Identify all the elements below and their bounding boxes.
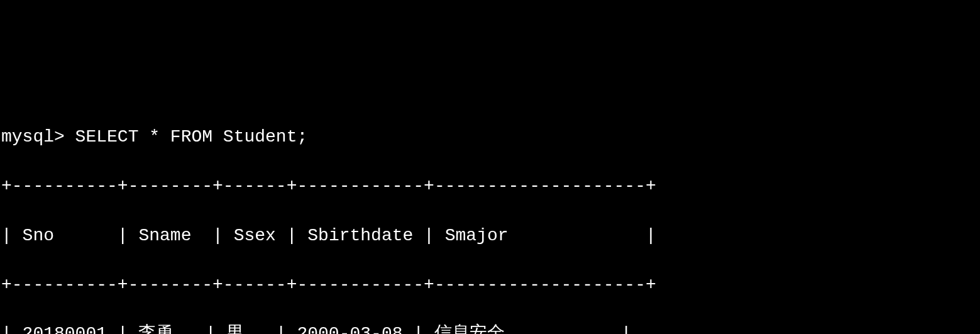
table-header-row: | Sno | Sname | Ssex | Sbirthdate | Smaj…: [0, 223, 980, 248]
table-row: | 20180001 | 李勇 | 男 | 2000-03-08 | 信息安全 …: [0, 321, 980, 334]
table-border-mid: +----------+--------+------+------------…: [0, 272, 980, 297]
mysql-terminal[interactable]: mysql> SELECT * FROM Student; +---------…: [0, 100, 980, 334]
table-border-top: +----------+--------+------+------------…: [0, 174, 980, 198]
sql-prompt-line: mysql> SELECT * FROM Student;: [0, 125, 980, 149]
